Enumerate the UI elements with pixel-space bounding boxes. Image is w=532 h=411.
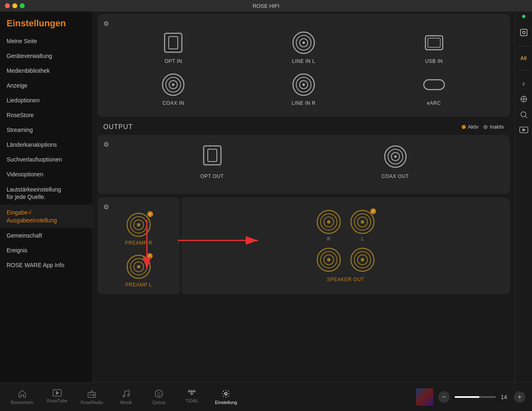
right-panel: All ♪ [515,12,532,382]
svg-point-51 [523,31,525,34]
svg-point-65 [128,395,129,396]
input-usb-in[interactable]: USB IN [420,30,448,64]
earc-icon [420,72,448,97]
svg-point-42 [327,258,330,261]
svg-marker-58 [523,128,526,132]
speaker-l-check: ✓ [370,208,376,214]
preamp-gear-icon[interactable]: ⚙ [103,203,109,211]
nav-rosenheim[interactable]: Rosenheim [4,387,40,407]
sidebar-item-videooptionen[interactable]: Videooptionen [0,167,92,182]
sidebar-item-rosestore[interactable]: RoseStore [0,108,92,122]
sidebar-item-eingabe[interactable]: Eingabe-/Ausgabeeinstellung [0,205,92,228]
sidebar-item-suchverlauf[interactable]: Suchverlaufsoptionen [0,152,92,167]
online-indicator [522,15,525,18]
device-icon[interactable] [519,28,528,37]
usb-in-icon [420,30,448,55]
divider-1 [518,46,530,46]
music-note-icon[interactable]: ♪ [522,80,525,87]
sidebar-item-anzeige[interactable]: Anzeige [0,78,92,93]
sidebar-item-geraeteverwaltung[interactable]: Geräteverwaltung [0,48,92,63]
output-coax-out[interactable]: COAX OUT [381,145,410,179]
nav-qobuz[interactable]: Q Qobuz [142,387,175,407]
titlebar: ROSE HIFI [0,0,532,12]
volume-value: 14 [501,394,509,400]
all-icon[interactable]: All [520,55,527,61]
sidebar-item-streaming[interactable]: Streaming [0,122,92,137]
nav-rosetube[interactable]: RoseTube [40,387,74,407]
volume-slider[interactable] [455,396,496,398]
sidebar-item-gemeinschaft[interactable]: Gemeinschaft [0,228,92,243]
line-in-r-icon [289,72,318,97]
preamp-panel: ⚙ ✓ PREAMP R [98,197,180,294]
window-controls[interactable] [5,3,25,8]
app: Einstellungen Meine Seite Geräteverwaltu… [0,12,532,411]
svg-marker-60 [56,391,59,395]
line-in-l-label: LINE IN L [292,58,316,64]
coax-out-label: COAX OUT [381,173,409,179]
input-gear-icon[interactable]: ⚙ [103,20,109,28]
svg-rect-17 [204,146,221,165]
nav-musik[interactable]: Musik [109,387,142,407]
svg-text:Q: Q [157,392,160,397]
input-line-in-r[interactable]: LINE IN R [289,72,318,106]
svg-point-64 [123,395,125,397]
svg-point-46 [361,258,364,261]
sidebar-item-laenderkanal[interactable]: Länderkanaloptions [0,137,92,152]
youtube-icon[interactable] [519,127,528,133]
nav-roseradio[interactable]: RoseRadio [74,387,109,407]
speaker-l-item[interactable]: ✓ L [350,209,375,241]
line-in-r-label: LINE IN R [292,100,316,106]
maximize-button[interactable] [20,3,25,8]
close-button[interactable] [5,3,10,8]
gear-icon [221,389,230,398]
opt-out-label: OPT OUT [200,173,224,179]
sidebar-item-ereignis[interactable]: Ereignis [0,243,92,258]
sidebar-item-roseware[interactable]: ROSE WARE App Info [0,258,92,272]
output-title: OUTPUT [103,123,133,131]
svg-point-26 [137,223,140,226]
input-opt-in[interactable]: OPT IN [159,30,188,64]
svg-rect-7 [428,38,440,47]
main-area: Einstellungen Meine Seite Geräteverwaltu… [0,12,532,382]
svg-point-38 [361,220,364,224]
opt-in-label: OPT IN [165,58,182,64]
svg-point-22 [394,155,397,158]
nav-tidal[interactable]: TIDAL [175,387,208,407]
aktiv-dot [462,125,466,129]
search-icon[interactable] [520,111,527,118]
input-earc[interactable]: eARC [420,72,448,106]
speaker-out-1[interactable] [316,247,342,272]
preamp-l-label: PREAMP L [125,282,152,288]
output-gear-icon[interactable]: ⚙ [103,141,109,148]
opt-out-icon [198,145,227,170]
sidebar-item-lautstaerke[interactable]: Lautstärkeeinstellungfür jede Quelle. [0,182,92,205]
input-coax-in[interactable]: COAX IN [159,72,188,106]
sidebar-item-liedoptionen[interactable]: Liedoptionen [0,93,92,108]
volume-decrease-button[interactable]: − [438,391,450,403]
bottom-output: ⚙ ✓ PREAMP R [98,197,510,294]
crosshair-icon[interactable] [520,95,527,103]
home-icon [18,389,27,398]
output-opt-out[interactable]: OPT OUT [198,145,227,179]
speaker-out-2[interactable] [350,247,375,272]
svg-point-34 [327,220,330,224]
svg-point-15 [302,83,305,86]
album-art [416,388,433,406]
speaker-rl-row: R ✓ L [316,209,375,241]
status-indicators: Aktiv Inaktiv [462,124,504,130]
opt-in-icon [159,30,188,55]
nav-einstellung[interactable]: Einstellung [208,387,244,407]
sidebar-item-medienbibliothek[interactable]: Medienbibliothek [0,63,92,78]
input-line-in-l[interactable]: LINE IN L [289,30,318,64]
speaker-r-item[interactable]: R [316,209,342,241]
speaker-panel: R ✓ L [181,197,510,294]
minimize-button[interactable] [12,3,17,8]
volume-increase-button[interactable]: + [514,391,525,403]
preamp-r-item[interactable]: ✓ PREAMP R [125,212,152,246]
svg-point-11 [172,83,174,86]
preamp-l-item[interactable]: ✓ PREAMP L [125,254,152,288]
rosetube-icon [53,389,62,397]
sidebar-item-meine-seite[interactable]: Meine Seite [0,34,92,48]
inaktiv-dot [483,125,488,129]
coax-out-icon [381,145,410,170]
